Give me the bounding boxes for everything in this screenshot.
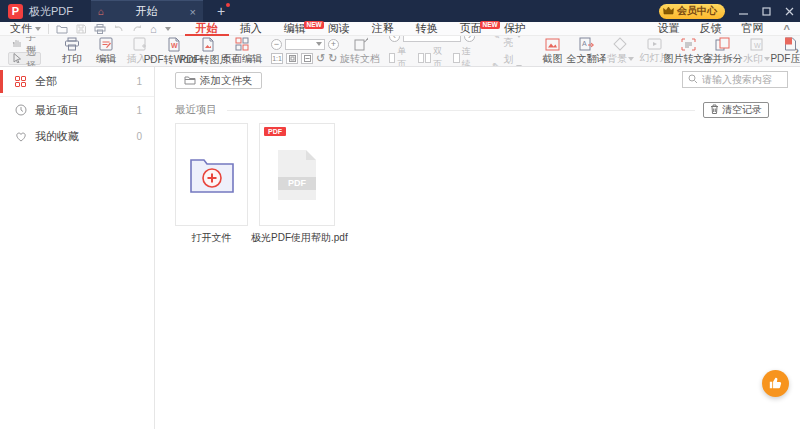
collapse-ribbon-icon[interactable]: ^ <box>784 23 790 35</box>
search-input[interactable] <box>702 74 782 85</box>
tab-page[interactable]: 页面NEW <box>449 22 493 36</box>
clock-icon <box>14 104 27 117</box>
merge-split-label: 合并拆分 <box>702 52 742 66</box>
page-edit-button[interactable]: 页面编辑 <box>225 36 259 66</box>
edit-button[interactable]: 编辑 <box>89 36 123 66</box>
continuous-view-button[interactable]: 连续 <box>453 45 475 67</box>
translate-icon: A <box>579 37 594 51</box>
notification-dot <box>226 3 230 7</box>
sidebar-item-count: 1 <box>136 76 142 87</box>
next-page-button[interactable]: › <box>464 36 475 42</box>
clear-records-button[interactable]: 清空记录 <box>703 102 769 118</box>
folder-plus-icon <box>189 154 235 196</box>
translate-button[interactable]: A 全文翻译 <box>569 36 603 66</box>
feedback-link[interactable]: 反馈 <box>700 21 722 36</box>
actual-size-button[interactable]: 1:1 <box>271 53 283 64</box>
page-number-input[interactable] <box>403 36 461 42</box>
watermark-button[interactable]: W 水印 <box>739 36 773 66</box>
double-page-view-button[interactable]: 双页 <box>418 45 447 67</box>
watermark-label: 水印 <box>743 52 770 66</box>
fit-page-button[interactable] <box>286 53 298 64</box>
redo-icon[interactable] <box>132 24 142 33</box>
search-box[interactable] <box>682 71 788 88</box>
feedback-fab-button[interactable] <box>762 370 789 397</box>
background-button[interactable]: 背景 <box>603 36 637 66</box>
pdf-to-image-button[interactable]: PDF转图片 <box>191 36 225 66</box>
file-menu[interactable]: 文件 <box>10 21 41 36</box>
maximize-icon[interactable] <box>762 7 771 16</box>
open-folder-icon[interactable] <box>56 24 68 34</box>
undo-icon[interactable] <box>114 24 124 33</box>
previous-page-button[interactable]: ‹ <box>389 36 400 42</box>
document-tab[interactable]: ⌂ 开始 × <box>91 0 203 22</box>
single-page-icon <box>389 53 395 63</box>
chevron-down-icon[interactable] <box>165 27 171 31</box>
zoom-level-select[interactable] <box>285 39 325 50</box>
zoom-out-button[interactable]: − <box>271 39 282 50</box>
add-folder-button[interactable]: 添加文件夹 <box>175 72 262 89</box>
select-tool-button[interactable]: 选择 <box>8 52 41 65</box>
underline-button[interactable]: ✎ 划线 <box>492 53 522 68</box>
member-center-button[interactable]: 会员中心 <box>659 4 725 19</box>
open-file-label: 打开文件 <box>175 231 248 245</box>
zoom-controls: − + 1:1 ↺ ↻ <box>267 36 343 66</box>
home-icon[interactable]: ⌂ <box>150 23 157 35</box>
app-logo-icon: P <box>8 4 23 19</box>
rotate-document-button[interactable]: 旋转文档 <box>343 36 377 66</box>
underline-label: 划线 <box>503 53 513 68</box>
tab-protect[interactable]: 保护 <box>493 22 537 36</box>
single-page-view-button[interactable]: 单页 <box>389 45 411 67</box>
rotate-doc-icon <box>353 37 368 51</box>
fit-width-button[interactable] <box>301 53 313 64</box>
zoom-in-button[interactable]: + <box>328 39 339 50</box>
sidebar-item-favorites[interactable]: 我的收藏 0 <box>0 123 154 149</box>
tab-close-icon[interactable]: × <box>190 6 196 18</box>
settings-link[interactable]: 设置 <box>658 21 680 36</box>
tab-read[interactable]: 阅读 <box>317 22 361 36</box>
chevron-down-icon <box>316 42 322 46</box>
svg-text:A: A <box>582 40 587 47</box>
menubar-right: 设置 反馈 官网 ^ <box>658 21 790 36</box>
rotate-left-icon[interactable]: ↺ <box>316 53 325 64</box>
tab-page-label: 页面 <box>460 22 482 34</box>
recent-file-card[interactable]: PDF PDF <box>259 123 335 226</box>
new-tab-button[interactable]: + <box>213 3 229 19</box>
close-icon[interactable] <box>785 7 794 16</box>
document-tab-label: 开始 <box>104 4 190 19</box>
toolbar-overflow-arrow[interactable]: › <box>795 44 799 56</box>
tab-home[interactable]: 开始 <box>185 22 229 36</box>
watermark-icon: W <box>750 38 763 51</box>
minimize-icon[interactable] <box>739 7 748 16</box>
tab-edit[interactable]: 编辑NEW <box>273 22 317 36</box>
double-page-icon <box>418 53 424 63</box>
edit-doc-icon <box>99 37 113 51</box>
open-file-card[interactable] <box>175 123 248 226</box>
print-icon[interactable] <box>94 24 106 34</box>
page-fold <box>306 150 316 160</box>
main-panel: 添加文件夹 最近项目 清空记录 打开文件 PD <box>155 67 800 429</box>
screenshot-button[interactable]: 截图 <box>535 36 569 66</box>
chevron-down-icon <box>628 57 634 61</box>
highlight-button[interactable]: ✎ 高亮 <box>492 36 522 50</box>
print-button[interactable]: 打印 <box>55 36 89 66</box>
rotate-right-icon[interactable]: ↻ <box>328 53 337 64</box>
merge-split-button[interactable]: 合并拆分 <box>705 36 739 66</box>
sidebar-item-recent[interactable]: 最近项目 1 <box>0 97 154 123</box>
tab-annotate[interactable]: 注释 <box>361 22 405 36</box>
screenshot-label: 截图 <box>542 52 562 66</box>
sidebar-item-count: 1 <box>136 105 142 116</box>
cursor-icon <box>13 53 22 65</box>
image-to-text-button[interactable]: 图片转文字 <box>671 36 705 66</box>
rotate-doc-label: 旋转文档 <box>340 52 380 66</box>
divider <box>227 110 695 111</box>
sidebar-item-all[interactable]: 全部 1 <box>0 67 154 97</box>
hand-tool-button[interactable]: 手型 <box>8 37 41 50</box>
website-link[interactable]: 官网 <box>742 21 764 36</box>
save-icon[interactable] <box>76 24 86 34</box>
tab-insert[interactable]: 插入 <box>229 22 273 36</box>
tab-edit-label: 编辑 <box>284 22 306 34</box>
tab-convert[interactable]: 转换 <box>405 22 449 36</box>
menubar: 文件 ⌂ 开始 插入 编辑NEW 阅读 注释 转换 页面NEW 保护 设置 反馈… <box>0 22 800 36</box>
background-label: 背景 <box>607 52 634 66</box>
window-controls <box>739 7 794 16</box>
